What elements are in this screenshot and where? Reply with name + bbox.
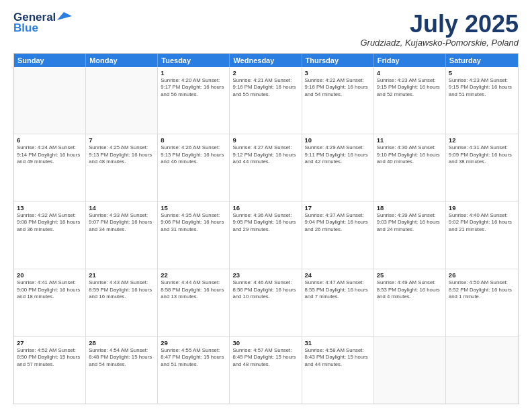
- cell-text: Sunrise: 4:32 AM Sunset: 9:08 PM Dayligh…: [17, 212, 83, 234]
- cell-text: Sunrise: 4:40 AM Sunset: 9:02 PM Dayligh…: [449, 212, 515, 234]
- cell-text: Sunrise: 4:31 AM Sunset: 9:09 PM Dayligh…: [449, 144, 515, 166]
- cell-text: Sunrise: 4:44 AM Sunset: 8:58 PM Dayligh…: [161, 279, 226, 301]
- cell-text: Sunrise: 4:46 AM Sunset: 8:56 PM Dayligh…: [232, 279, 298, 301]
- day-number: 25: [377, 271, 443, 279]
- calendar: SundayMondayTuesdayWednesdayThursdayFrid…: [13, 53, 519, 404]
- cell-text: Sunrise: 4:49 AM Sunset: 8:53 PM Dayligh…: [377, 279, 443, 301]
- cell-text: Sunrise: 4:26 AM Sunset: 9:13 PM Dayligh…: [161, 144, 226, 166]
- day-number: 23: [232, 271, 298, 279]
- weekday-header: Saturday: [446, 54, 518, 67]
- calendar-cell: 1Sunrise: 4:20 AM Sunset: 9:17 PM Daylig…: [158, 67, 230, 134]
- calendar-cell: 20Sunrise: 4:41 AM Sunset: 9:00 PM Dayli…: [14, 269, 86, 336]
- day-number: 21: [89, 271, 154, 279]
- day-number: 14: [89, 204, 154, 212]
- calendar-cell: 8Sunrise: 4:26 AM Sunset: 9:13 PM Daylig…: [158, 134, 230, 201]
- cell-text: Sunrise: 4:54 AM Sunset: 8:48 PM Dayligh…: [89, 347, 154, 369]
- cell-text: Sunrise: 4:58 AM Sunset: 8:43 PM Dayligh…: [305, 347, 371, 369]
- calendar-cell: 6Sunrise: 4:24 AM Sunset: 9:14 PM Daylig…: [14, 134, 86, 201]
- cell-text: Sunrise: 4:20 AM Sunset: 9:17 PM Dayligh…: [161, 77, 226, 99]
- day-number: 30: [232, 339, 298, 347]
- day-number: 3: [305, 69, 371, 77]
- calendar-cell: 19Sunrise: 4:40 AM Sunset: 9:02 PM Dayli…: [446, 202, 518, 269]
- cell-text: Sunrise: 4:43 AM Sunset: 8:59 PM Dayligh…: [89, 279, 154, 301]
- calendar-cell: [14, 67, 86, 134]
- month-title: July 2025: [360, 11, 519, 38]
- title-block: July 2025 Grudziadz, Kujawsko-Pomorskie,…: [360, 11, 519, 48]
- weekday-header: Wednesday: [230, 54, 302, 67]
- cell-text: Sunrise: 4:30 AM Sunset: 9:10 PM Dayligh…: [377, 144, 443, 166]
- cell-text: Sunrise: 4:55 AM Sunset: 8:47 PM Dayligh…: [161, 347, 226, 369]
- cell-text: Sunrise: 4:25 AM Sunset: 9:13 PM Dayligh…: [89, 144, 154, 166]
- calendar-cell: 2Sunrise: 4:21 AM Sunset: 9:16 PM Daylig…: [230, 67, 302, 134]
- calendar-cell: 24Sunrise: 4:47 AM Sunset: 8:55 PM Dayli…: [302, 269, 374, 336]
- header: General Blue July 2025 Grudziadz, Kujaws…: [13, 11, 519, 48]
- calendar-cell: 13Sunrise: 4:32 AM Sunset: 9:08 PM Dayli…: [14, 202, 86, 269]
- calendar-row: 13Sunrise: 4:32 AM Sunset: 9:08 PM Dayli…: [14, 202, 518, 269]
- calendar-cell: 23Sunrise: 4:46 AM Sunset: 8:56 PM Dayli…: [230, 269, 302, 336]
- cell-text: Sunrise: 4:47 AM Sunset: 8:55 PM Dayligh…: [305, 279, 371, 301]
- day-number: 22: [161, 271, 226, 279]
- calendar-cell: 25Sunrise: 4:49 AM Sunset: 8:53 PM Dayli…: [374, 269, 446, 336]
- day-number: 19: [449, 204, 515, 212]
- day-number: 12: [449, 136, 515, 144]
- calendar-row: 1Sunrise: 4:20 AM Sunset: 9:17 PM Daylig…: [14, 67, 518, 134]
- calendar-cell: 17Sunrise: 4:37 AM Sunset: 9:04 PM Dayli…: [302, 202, 374, 269]
- day-number: 20: [17, 271, 83, 279]
- cell-text: Sunrise: 4:23 AM Sunset: 9:15 PM Dayligh…: [377, 77, 443, 99]
- calendar-body: 1Sunrise: 4:20 AM Sunset: 9:17 PM Daylig…: [14, 67, 518, 404]
- calendar-row: 6Sunrise: 4:24 AM Sunset: 9:14 PM Daylig…: [14, 134, 518, 201]
- calendar-cell: 12Sunrise: 4:31 AM Sunset: 9:09 PM Dayli…: [446, 134, 518, 201]
- calendar-cell: 21Sunrise: 4:43 AM Sunset: 8:59 PM Dayli…: [86, 269, 158, 336]
- calendar-cell: 4Sunrise: 4:23 AM Sunset: 9:15 PM Daylig…: [374, 67, 446, 134]
- cell-text: Sunrise: 4:37 AM Sunset: 9:04 PM Dayligh…: [305, 212, 371, 234]
- day-number: 28: [89, 339, 154, 347]
- calendar-cell: 14Sunrise: 4:33 AM Sunset: 9:07 PM Dayli…: [86, 202, 158, 269]
- day-number: 13: [17, 204, 83, 212]
- day-number: 9: [232, 136, 298, 144]
- cell-text: Sunrise: 4:23 AM Sunset: 9:15 PM Dayligh…: [449, 77, 515, 99]
- cell-text: Sunrise: 4:21 AM Sunset: 9:16 PM Dayligh…: [232, 77, 298, 99]
- calendar-cell: 16Sunrise: 4:36 AM Sunset: 9:05 PM Dayli…: [230, 202, 302, 269]
- calendar-cell: [374, 337, 446, 404]
- day-number: 7: [89, 136, 154, 144]
- day-number: 31: [305, 339, 371, 347]
- day-number: 8: [161, 136, 226, 144]
- day-number: 29: [161, 339, 226, 347]
- calendar-cell: 29Sunrise: 4:55 AM Sunset: 8:47 PM Dayli…: [158, 337, 230, 404]
- cell-text: Sunrise: 4:52 AM Sunset: 8:50 PM Dayligh…: [17, 347, 83, 369]
- day-number: 4: [377, 69, 443, 77]
- calendar-cell: [86, 67, 158, 134]
- day-number: 26: [449, 271, 515, 279]
- cell-text: Sunrise: 4:33 AM Sunset: 9:07 PM Dayligh…: [89, 212, 154, 234]
- cell-text: Sunrise: 4:35 AM Sunset: 9:06 PM Dayligh…: [161, 212, 226, 234]
- logo: General Blue: [13, 11, 72, 35]
- calendar-cell: 7Sunrise: 4:25 AM Sunset: 9:13 PM Daylig…: [86, 134, 158, 201]
- calendar-cell: 15Sunrise: 4:35 AM Sunset: 9:06 PM Dayli…: [158, 202, 230, 269]
- calendar-cell: 11Sunrise: 4:30 AM Sunset: 9:10 PM Dayli…: [374, 134, 446, 201]
- day-number: 6: [17, 136, 83, 144]
- calendar-cell: 22Sunrise: 4:44 AM Sunset: 8:58 PM Dayli…: [158, 269, 230, 336]
- cell-text: Sunrise: 4:24 AM Sunset: 9:14 PM Dayligh…: [17, 144, 83, 166]
- calendar-header: SundayMondayTuesdayWednesdayThursdayFrid…: [14, 54, 518, 67]
- day-number: 17: [305, 204, 371, 212]
- calendar-cell: 30Sunrise: 4:57 AM Sunset: 8:45 PM Dayli…: [230, 337, 302, 404]
- day-number: 24: [305, 271, 371, 279]
- calendar-cell: 3Sunrise: 4:22 AM Sunset: 9:16 PM Daylig…: [302, 67, 374, 134]
- logo-icon: [57, 11, 72, 21]
- weekday-header: Thursday: [302, 54, 374, 67]
- calendar-row: 20Sunrise: 4:41 AM Sunset: 9:00 PM Dayli…: [14, 269, 518, 336]
- weekday-header: Friday: [374, 54, 446, 67]
- day-number: 27: [17, 339, 83, 347]
- weekday-header: Sunday: [14, 54, 86, 67]
- weekday-header: Monday: [86, 54, 158, 67]
- page: General Blue July 2025 Grudziadz, Kujaws…: [0, 0, 532, 411]
- logo-blue: Blue: [13, 21, 38, 35]
- day-number: 15: [161, 204, 226, 212]
- day-number: 18: [377, 204, 443, 212]
- weekday-header: Tuesday: [158, 54, 230, 67]
- calendar-cell: 9Sunrise: 4:27 AM Sunset: 9:12 PM Daylig…: [230, 134, 302, 201]
- calendar-cell: 26Sunrise: 4:50 AM Sunset: 8:52 PM Dayli…: [446, 269, 518, 336]
- cell-text: Sunrise: 4:50 AM Sunset: 8:52 PM Dayligh…: [449, 279, 515, 301]
- day-number: 2: [232, 69, 298, 77]
- cell-text: Sunrise: 4:29 AM Sunset: 9:11 PM Dayligh…: [305, 144, 371, 166]
